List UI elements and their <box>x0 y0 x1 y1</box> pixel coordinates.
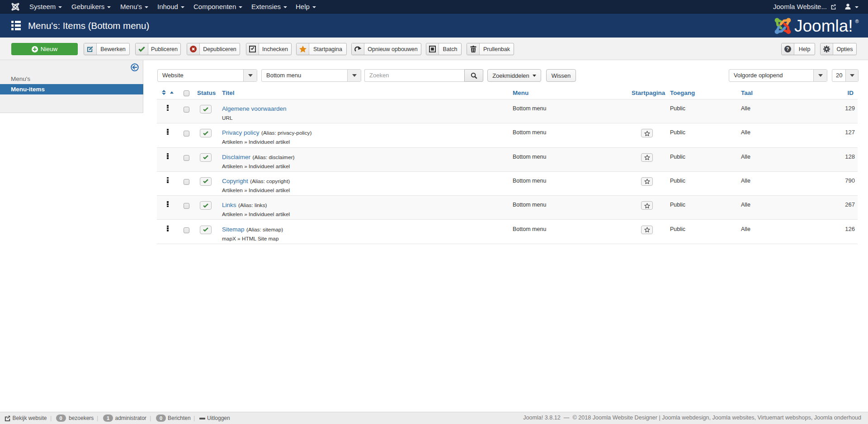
svg-text:?: ? <box>786 47 789 52</box>
